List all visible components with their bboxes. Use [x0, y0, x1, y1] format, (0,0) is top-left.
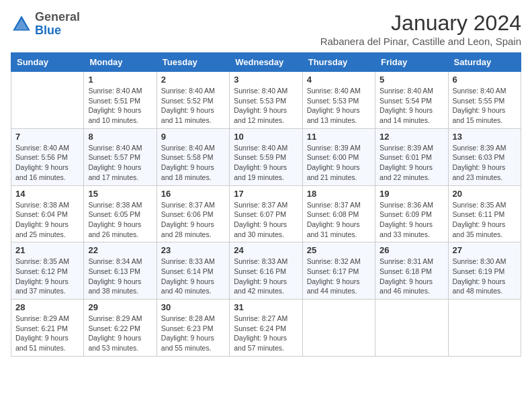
cell-5-1: 28Sunrise: 8:29 AMSunset: 6:21 PMDayligh… — [11, 300, 84, 357]
cell-2-1: 7Sunrise: 8:40 AMSunset: 5:56 PMDaylight… — [11, 128, 84, 185]
logo: General Blue — [11, 11, 80, 38]
calendar-body: 1Sunrise: 8:40 AMSunset: 5:51 PMDaylight… — [11, 72, 521, 357]
cell-3-3: 16Sunrise: 8:37 AMSunset: 6:06 PMDayligh… — [157, 185, 229, 242]
cell-1-3: 2Sunrise: 8:40 AMSunset: 5:52 PMDaylight… — [157, 72, 229, 129]
cell-info: Sunrise: 8:40 AMSunset: 5:57 PMDaylight:… — [88, 143, 152, 183]
col-wednesday: Wednesday — [230, 53, 302, 72]
cell-2-7: 13Sunrise: 8:39 AMSunset: 6:03 PMDayligh… — [448, 128, 521, 185]
logo-general: General — [35, 10, 80, 24]
calendar-header: Sunday Monday Tuesday Wednesday Thursday… — [11, 53, 521, 72]
cell-info: Sunrise: 8:40 AMSunset: 5:55 PMDaylight:… — [453, 86, 517, 126]
cell-info: Sunrise: 8:28 AMSunset: 6:23 PMDaylight:… — [161, 314, 225, 353]
header-row: Sunday Monday Tuesday Wednesday Thursday… — [11, 53, 521, 72]
day-number: 29 — [88, 302, 152, 312]
day-number: 7 — [15, 132, 79, 142]
cell-info: Sunrise: 8:32 AMSunset: 6:17 PMDaylight:… — [307, 257, 371, 296]
cell-info: Sunrise: 8:39 AMSunset: 6:00 PMDaylight:… — [307, 143, 371, 183]
day-number: 28 — [15, 302, 79, 312]
day-number: 11 — [307, 132, 371, 142]
day-number: 18 — [307, 189, 371, 199]
week-row-1: 1Sunrise: 8:40 AMSunset: 5:51 PMDaylight… — [11, 72, 521, 129]
cell-1-6: 5Sunrise: 8:40 AMSunset: 5:54 PMDaylight… — [375, 72, 448, 129]
cell-4-3: 23Sunrise: 8:33 AMSunset: 6:14 PMDayligh… — [157, 242, 229, 300]
cell-info: Sunrise: 8:40 AMSunset: 5:54 PMDaylight:… — [380, 86, 443, 126]
day-number: 22 — [88, 245, 152, 255]
cell-5-4: 31Sunrise: 8:27 AMSunset: 6:24 PMDayligh… — [230, 300, 302, 357]
cell-4-7: 27Sunrise: 8:30 AMSunset: 6:19 PMDayligh… — [448, 242, 521, 300]
day-number: 25 — [307, 245, 371, 255]
cell-2-3: 9Sunrise: 8:40 AMSunset: 5:58 PMDaylight… — [157, 128, 229, 185]
col-sunday: Sunday — [11, 53, 84, 72]
day-number: 12 — [380, 132, 443, 142]
page-header: General Blue January 2024 Rabanera del P… — [11, 11, 521, 47]
week-row-4: 21Sunrise: 8:35 AMSunset: 6:12 PMDayligh… — [11, 242, 521, 300]
cell-3-7: 20Sunrise: 8:35 AMSunset: 6:11 PMDayligh… — [448, 185, 521, 242]
cell-info: Sunrise: 8:29 AMSunset: 6:21 PMDaylight:… — [15, 314, 79, 353]
logo-blue: Blue — [35, 24, 61, 37]
day-number: 15 — [88, 189, 152, 199]
day-number: 30 — [161, 302, 225, 312]
cell-info: Sunrise: 8:31 AMSunset: 6:18 PMDaylight:… — [380, 257, 443, 296]
day-number: 17 — [234, 189, 298, 199]
month-title: January 2024 — [320, 11, 521, 36]
cell-4-1: 21Sunrise: 8:35 AMSunset: 6:12 PMDayligh… — [11, 242, 84, 300]
cell-3-6: 19Sunrise: 8:36 AMSunset: 6:09 PMDayligh… — [375, 185, 448, 242]
cell-info: Sunrise: 8:40 AMSunset: 5:53 PMDaylight:… — [234, 86, 298, 126]
cell-2-4: 10Sunrise: 8:40 AMSunset: 5:59 PMDayligh… — [230, 128, 302, 185]
cell-info: Sunrise: 8:40 AMSunset: 5:53 PMDaylight:… — [307, 86, 371, 126]
cell-info: Sunrise: 8:37 AMSunset: 6:07 PMDaylight:… — [234, 200, 298, 240]
day-number: 8 — [88, 132, 152, 142]
cell-5-3: 30Sunrise: 8:28 AMSunset: 6:23 PMDayligh… — [157, 300, 229, 357]
cell-info: Sunrise: 8:35 AMSunset: 6:12 PMDaylight:… — [15, 257, 79, 296]
week-row-2: 7Sunrise: 8:40 AMSunset: 5:56 PMDaylight… — [11, 128, 521, 185]
cell-5-5 — [302, 300, 375, 357]
cell-2-6: 12Sunrise: 8:39 AMSunset: 6:01 PMDayligh… — [375, 128, 448, 185]
cell-3-2: 15Sunrise: 8:38 AMSunset: 6:05 PMDayligh… — [84, 185, 157, 242]
day-number: 9 — [161, 132, 225, 142]
cell-4-2: 22Sunrise: 8:34 AMSunset: 6:13 PMDayligh… — [84, 242, 157, 300]
cell-info: Sunrise: 8:30 AMSunset: 6:19 PMDaylight:… — [453, 257, 517, 296]
cell-4-5: 25Sunrise: 8:32 AMSunset: 6:17 PMDayligh… — [302, 242, 375, 300]
day-number: 26 — [380, 245, 443, 255]
day-number: 6 — [453, 75, 517, 85]
cell-info: Sunrise: 8:33 AMSunset: 6:14 PMDaylight:… — [161, 257, 225, 296]
location-subtitle: Rabanera del Pinar, Castille and Leon, S… — [320, 36, 521, 47]
day-number: 23 — [161, 245, 225, 255]
cell-3-1: 14Sunrise: 8:38 AMSunset: 6:04 PMDayligh… — [11, 185, 84, 242]
cell-5-6 — [375, 300, 448, 357]
cell-info: Sunrise: 8:34 AMSunset: 6:13 PMDaylight:… — [88, 257, 152, 296]
cell-1-7: 6Sunrise: 8:40 AMSunset: 5:55 PMDaylight… — [448, 72, 521, 129]
day-number: 16 — [161, 189, 225, 199]
col-saturday: Saturday — [448, 53, 521, 72]
week-row-3: 14Sunrise: 8:38 AMSunset: 6:04 PMDayligh… — [11, 185, 521, 242]
calendar-table: Sunday Monday Tuesday Wednesday Thursday… — [11, 52, 521, 357]
col-thursday: Thursday — [302, 53, 375, 72]
cell-info: Sunrise: 8:40 AMSunset: 5:51 PMDaylight:… — [88, 86, 152, 126]
cell-info: Sunrise: 8:40 AMSunset: 5:59 PMDaylight:… — [234, 143, 298, 183]
cell-3-4: 17Sunrise: 8:37 AMSunset: 6:07 PMDayligh… — [230, 185, 302, 242]
col-tuesday: Tuesday — [157, 53, 229, 72]
cell-3-5: 18Sunrise: 8:37 AMSunset: 6:08 PMDayligh… — [302, 185, 375, 242]
cell-info: Sunrise: 8:39 AMSunset: 6:01 PMDaylight:… — [380, 143, 443, 183]
cell-info: Sunrise: 8:40 AMSunset: 5:58 PMDaylight:… — [161, 143, 225, 183]
day-number: 27 — [453, 245, 517, 255]
day-number: 5 — [380, 75, 443, 85]
cell-info: Sunrise: 8:27 AMSunset: 6:24 PMDaylight:… — [234, 314, 298, 353]
day-number: 2 — [161, 75, 225, 85]
cell-info: Sunrise: 8:39 AMSunset: 6:03 PMDaylight:… — [453, 143, 517, 183]
cell-info: Sunrise: 8:40 AMSunset: 5:56 PMDaylight:… — [15, 143, 79, 183]
day-number: 31 — [234, 302, 298, 312]
week-row-5: 28Sunrise: 8:29 AMSunset: 6:21 PMDayligh… — [11, 300, 521, 357]
cell-1-5: 4Sunrise: 8:40 AMSunset: 5:53 PMDaylight… — [302, 72, 375, 129]
col-monday: Monday — [84, 53, 157, 72]
cell-5-2: 29Sunrise: 8:29 AMSunset: 6:22 PMDayligh… — [84, 300, 157, 357]
day-number: 14 — [15, 189, 79, 199]
cell-4-6: 26Sunrise: 8:31 AMSunset: 6:18 PMDayligh… — [375, 242, 448, 300]
cell-1-4: 3Sunrise: 8:40 AMSunset: 5:53 PMDaylight… — [230, 72, 302, 129]
cell-info: Sunrise: 8:37 AMSunset: 6:08 PMDaylight:… — [307, 200, 371, 240]
day-number: 21 — [15, 245, 79, 255]
day-number: 19 — [380, 189, 443, 199]
day-number: 4 — [307, 75, 371, 85]
cell-info: Sunrise: 8:35 AMSunset: 6:11 PMDaylight:… — [453, 200, 517, 240]
day-number: 20 — [453, 189, 517, 199]
